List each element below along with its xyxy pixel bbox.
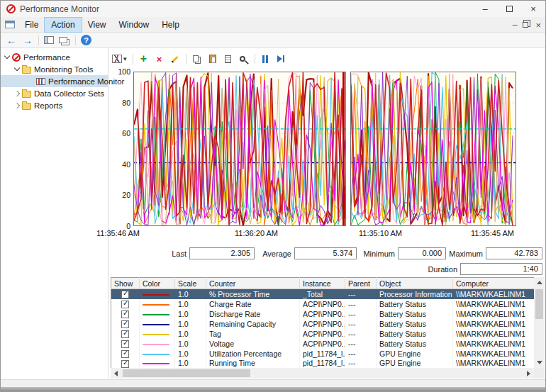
show-checkbox[interactable]: ✓ (121, 330, 129, 338)
menu-view[interactable]: View (82, 18, 113, 32)
show-checkbox[interactable]: ✓ (121, 301, 129, 308)
zoom-button[interactable] (239, 52, 249, 65)
new-window-icon[interactable] (59, 37, 67, 43)
stat-maximum-label: Maximum (447, 248, 483, 259)
header-scale[interactable]: Scale (175, 278, 206, 289)
show-checkbox[interactable]: ✓ (121, 320, 129, 328)
graph-panel-left[interactable] (133, 72, 346, 226)
menu-window[interactable]: Window (113, 18, 156, 32)
stat-last-label: Last (141, 248, 186, 259)
menu-bar: File Action View Window Help – × (1, 17, 545, 33)
paste-counter-list-button[interactable] (208, 52, 218, 65)
vertical-scrollbar[interactable] (534, 277, 545, 368)
menu-action[interactable]: Action (45, 18, 81, 32)
chevron-down-icon[interactable] (14, 65, 20, 71)
x-axis-time-label: 11:35:46 AM (96, 229, 140, 237)
header-show[interactable]: Show (111, 278, 140, 289)
scroll-down-button[interactable] (534, 357, 545, 368)
highlight-button[interactable] (170, 52, 180, 65)
mdi-close-button[interactable]: × (535, 20, 541, 30)
update-data-button[interactable] (277, 52, 286, 65)
up-arrow-icon (537, 281, 542, 284)
stat-last-value: 2.305 (189, 247, 255, 259)
change-graph-type-button[interactable]: ▾ (112, 52, 127, 65)
counter-color-swatch (143, 304, 169, 306)
toolbar-separator (75, 35, 76, 45)
graph-panel-right[interactable] (350, 72, 516, 226)
caption-buttons: – × (473, 1, 545, 17)
show-hide-console-tree-icon[interactable] (44, 36, 54, 44)
chevron-right-icon[interactable] (14, 90, 20, 96)
folder-icon (22, 91, 31, 98)
header-instance[interactable]: Instance (300, 278, 345, 289)
scroll-right-button[interactable] (523, 368, 534, 379)
copy-properties-button[interactable] (192, 52, 202, 65)
chevron-right-icon[interactable] (14, 102, 20, 108)
close-button[interactable]: × (521, 1, 545, 17)
console-toolbar: ← → ? (1, 33, 545, 48)
down-arrow-icon (537, 361, 542, 364)
title-bar[interactable]: Performance Monitor – × (1, 1, 545, 17)
show-checkbox[interactable]: ✓ (121, 360, 129, 368)
forward-button[interactable]: → (22, 35, 33, 46)
tree-item-performance-monitor[interactable]: Performance Monitor (1, 75, 108, 87)
stat-average-value: 5.374 (294, 247, 357, 259)
table-row[interactable]: ✓ 1.0 Remaining Capacity ACPI\PNP0... --… (111, 319, 535, 329)
magnifier-icon (240, 56, 245, 62)
show-checkbox[interactable]: ✓ (121, 310, 129, 318)
show-checkbox[interactable]: ✓ (121, 340, 129, 348)
stat-duration-label: Duration (420, 264, 457, 275)
table-row[interactable]: ✓ 1.0 Tag ACPI\PNP0... --- Battery Statu… (111, 329, 535, 339)
tree-item-performance[interactable]: Performance (1, 51, 108, 63)
header-color[interactable]: Color (140, 278, 175, 289)
table-row[interactable]: ✓ 1.0 Discharge Rate ACPI\PNP0... --- Ba… (111, 309, 535, 319)
perfmon-app-icon (6, 4, 16, 13)
table-row[interactable]: ✓ 1.0 Running Time pid_11784_l... --- GP… (111, 359, 535, 369)
vertical-scroll-thumb[interactable] (535, 289, 543, 319)
table-row[interactable]: ✓ 1.0 Utilization Percentage pid_11784_l… (111, 349, 535, 359)
counter-color-swatch (143, 334, 169, 335)
scroll-left-button[interactable] (111, 368, 121, 379)
mdi-minimize-button[interactable]: – (513, 20, 518, 30)
tree-item-monitoring-tools[interactable]: Monitoring Tools (1, 63, 108, 75)
mdi-restore-button[interactable] (523, 22, 528, 28)
mdi-window-controls: – × (513, 17, 541, 33)
header-counter[interactable]: Counter (206, 278, 300, 289)
horizontal-scrollbar[interactable] (111, 368, 534, 379)
menu-file[interactable]: File (18, 18, 45, 32)
show-checkbox[interactable]: ✓ (121, 350, 129, 358)
freeze-display-button[interactable] (261, 52, 271, 65)
table-header-row: Show Color Scale Counter Instance Parent… (111, 278, 535, 289)
header-computer[interactable]: Computer (453, 278, 535, 289)
tree-item-reports[interactable]: Reports (1, 99, 108, 111)
delete-counter-button[interactable]: × (155, 52, 165, 65)
stat-duration-value: 1:40 (460, 263, 542, 275)
header-parent[interactable]: Parent (345, 278, 377, 289)
table-row[interactable]: ✓ 1.0 Charge Rate ACPI\PNP0... --- Batte… (111, 299, 535, 309)
help-icon[interactable]: ? (81, 35, 91, 45)
maximize-button[interactable] (497, 1, 521, 17)
counter-color-swatch (143, 363, 169, 364)
chevron-down-icon[interactable] (4, 53, 10, 59)
scroll-up-button[interactable] (534, 277, 545, 288)
counter-color-swatch (143, 314, 169, 315)
add-counter-button[interactable]: + (139, 52, 149, 65)
header-object[interactable]: Object (377, 278, 453, 289)
copy-icon (193, 55, 199, 62)
counter-color-swatch (143, 344, 169, 345)
toolbar-separator (38, 35, 39, 45)
horizontal-scroll-thumb[interactable] (123, 369, 250, 377)
tree-item-data-collector-sets[interactable]: Data Collector Sets (1, 87, 108, 99)
y-axis-tick: 60 (111, 129, 130, 138)
perfmon-icon (12, 53, 21, 62)
show-checkbox[interactable]: ✓ (121, 291, 129, 298)
console-window-icon[interactable] (5, 21, 15, 28)
chart-type-icon (112, 55, 122, 63)
counter-color-swatch (143, 354, 169, 355)
back-button[interactable]: ← (6, 35, 17, 46)
properties-button[interactable] (223, 52, 233, 65)
minimize-button[interactable]: – (473, 1, 497, 17)
table-row[interactable]: ✓ 1.0 Voltage ACPI\PNP0... --- Battery S… (111, 339, 535, 349)
menu-help[interactable]: Help (155, 18, 186, 32)
table-row[interactable]: ✓ 1.0 % Processor Time _Total --- Proces… (111, 289, 535, 299)
